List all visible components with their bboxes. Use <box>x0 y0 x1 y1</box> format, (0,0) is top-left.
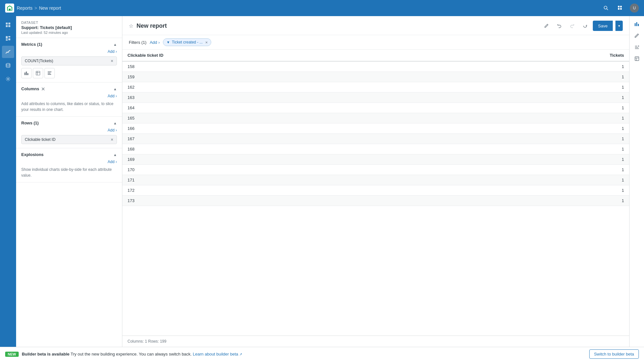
dataset-name: Support: Tickets [default] <box>21 25 117 30</box>
table-row[interactable]: 1731 <box>122 196 629 206</box>
cell-ticket-id: 166 <box>122 123 453 134</box>
table-row[interactable]: 1591 <box>122 72 629 82</box>
save-dropdown-button[interactable]: ▾ <box>615 21 623 31</box>
cell-ticket-id: 162 <box>122 82 453 93</box>
banner-link[interactable]: Learn about builder beta <box>193 352 238 356</box>
table-header-row: Clickable ticket ID Tickets <box>122 50 629 61</box>
report-table: Clickable ticket ID Tickets 158115911621… <box>122 50 629 206</box>
metrics-add-link[interactable]: Add › <box>21 49 117 54</box>
svg-rect-23 <box>48 73 51 73</box>
breadcrumb-current: New report <box>39 5 61 11</box>
nav-icon-home[interactable] <box>2 19 14 31</box>
column-header-ticket-id[interactable]: Clickable ticket ID <box>122 50 453 61</box>
table-row[interactable]: 1721 <box>122 185 629 196</box>
nav-icon-settings[interactable] <box>2 73 14 85</box>
cell-ticket-id: 167 <box>122 134 453 144</box>
explosions-chevron[interactable]: ▲ <box>113 153 117 157</box>
cell-tickets: 1 <box>453 134 629 144</box>
nav-icon-dashboard[interactable] <box>2 32 14 44</box>
redo-button[interactable] <box>567 21 577 31</box>
chart-icon-pivot[interactable] <box>33 68 43 78</box>
right-toolbar-pencil-btn[interactable] <box>632 30 642 41</box>
nav-icon-data[interactable] <box>2 59 14 72</box>
cell-ticket-id: 163 <box>122 93 453 103</box>
external-link-icon: ↗ <box>239 352 242 356</box>
dataset-label: Dataset <box>21 21 117 24</box>
column-header-tickets[interactable]: Tickets <box>453 50 629 61</box>
cell-ticket-id: 170 <box>122 165 453 175</box>
cell-tickets: 1 <box>453 144 629 154</box>
star-icon[interactable]: ☆ <box>129 23 133 29</box>
metrics-pill-remove[interactable]: × <box>111 59 113 63</box>
svg-rect-5 <box>620 8 622 10</box>
chart-icon-text[interactable] <box>44 68 55 78</box>
bottom-banner: New Builder beta is available Try out th… <box>0 347 644 361</box>
svg-rect-6 <box>6 23 8 24</box>
table-row[interactable]: 1581 <box>122 61 629 72</box>
columns-chevron[interactable]: ▲ <box>113 87 117 91</box>
save-button[interactable]: Save <box>593 21 613 31</box>
filter-chip-ticket-created[interactable]: ▼ Ticket created - ... × <box>163 38 211 46</box>
table-row[interactable]: 1651 <box>122 113 629 123</box>
table-row[interactable]: 1701 <box>122 165 629 175</box>
table-row[interactable]: 1641 <box>122 103 629 113</box>
filter-add-link[interactable]: Add › <box>150 40 160 45</box>
breadcrumb: Reports > New report <box>17 5 61 11</box>
cell-ticket-id: 169 <box>122 154 453 165</box>
edit-button[interactable] <box>541 21 552 31</box>
nav-icon-reports[interactable] <box>2 46 14 58</box>
explosions-add-link[interactable]: Add › <box>21 160 117 164</box>
grid-icon[interactable] <box>616 4 625 13</box>
report-title: New report <box>137 23 167 29</box>
cell-tickets: 1 <box>453 82 629 93</box>
metrics-chevron[interactable]: ▲ <box>113 43 117 46</box>
svg-rect-12 <box>8 38 10 40</box>
table-row[interactable]: 1681 <box>122 144 629 154</box>
cell-ticket-id: 171 <box>122 175 453 185</box>
filters-bar: Filters (1) Add › ▼ Ticket created - ...… <box>122 35 629 50</box>
table-row[interactable]: 1661 <box>122 123 629 134</box>
table-body: 1581159116211631164116511661167116811691… <box>122 61 629 206</box>
undo-button[interactable] <box>554 21 564 31</box>
dataset-info: Dataset Support: Tickets [default] Last … <box>16 16 122 38</box>
app-logo[interactable] <box>5 4 14 13</box>
rows-pill[interactable]: Clickable ticket ID × <box>21 135 117 144</box>
right-toolbar-sort-btn[interactable] <box>632 42 642 52</box>
svg-rect-24 <box>48 74 51 75</box>
user-avatar[interactable]: U <box>630 4 639 13</box>
svg-rect-25 <box>635 23 636 26</box>
report-header: ☆ New report Save <box>122 16 629 35</box>
filters-label: Filters (1) <box>129 40 147 45</box>
sidebar-panel: Dataset Support: Tickets [default] Last … <box>16 16 122 347</box>
svg-rect-10 <box>6 36 8 39</box>
svg-point-15 <box>7 78 9 80</box>
breadcrumb-reports[interactable]: Reports <box>17 5 33 11</box>
filter-chip-label: Ticket created - ... <box>172 40 203 44</box>
rows-add-link[interactable]: Add › <box>21 128 117 132</box>
chart-icon-bar[interactable] <box>21 68 32 78</box>
columns-add-link[interactable]: Add › <box>21 94 117 98</box>
table-row[interactable]: 1631 <box>122 93 629 103</box>
table-row[interactable]: 1671 <box>122 134 629 144</box>
cell-ticket-id: 158 <box>122 61 453 72</box>
metrics-pill[interactable]: COUNT(Tickets) × <box>21 56 117 65</box>
search-icon[interactable] <box>601 4 611 13</box>
right-toolbar-calc-btn[interactable] <box>632 54 642 64</box>
table-footer: Columns: 1 Rows: 199 <box>122 336 629 347</box>
svg-rect-16 <box>24 73 25 75</box>
rows-chevron[interactable]: ▲ <box>113 121 117 125</box>
rows-pill-remove[interactable]: × <box>111 137 113 142</box>
cell-ticket-id: 172 <box>122 185 453 196</box>
svg-rect-27 <box>638 24 639 26</box>
right-toolbar-chart-btn[interactable] <box>632 19 642 29</box>
banner-message: Builder beta is available Try out the ne… <box>22 352 242 356</box>
refresh-button[interactable] <box>580 21 590 31</box>
svg-rect-31 <box>635 57 639 61</box>
switch-beta-button[interactable]: Switch to builder beta <box>589 349 639 359</box>
cell-ticket-id: 173 <box>122 196 453 206</box>
columns-section: Columns ▲ Add › Add attributes to column… <box>16 83 122 117</box>
table-row[interactable]: 1621 <box>122 82 629 93</box>
table-row[interactable]: 1691 <box>122 154 629 165</box>
filter-chip-remove[interactable]: × <box>205 40 208 44</box>
table-row[interactable]: 1711 <box>122 175 629 185</box>
